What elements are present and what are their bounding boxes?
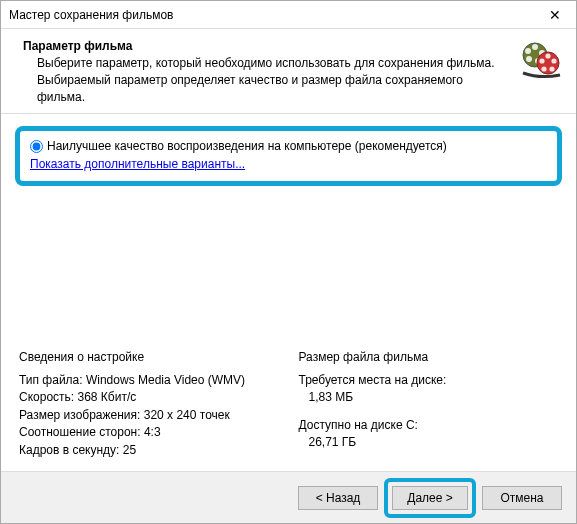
svg-point-5	[525, 48, 531, 54]
fps-label: Кадров в секунду:	[19, 443, 119, 457]
window-title: Мастер сохранения фильмов	[9, 8, 173, 22]
file-type-label: Тип файла:	[19, 373, 83, 387]
best-quality-radio[interactable]: Наилучшее качество воспроизведения на ко…	[30, 139, 547, 153]
fps-value: 25	[123, 443, 136, 457]
aspect-label: Соотношение сторон:	[19, 425, 141, 439]
aspect-value: 4:3	[144, 425, 161, 439]
info-columns: Сведения о настройке Тип файла: Windows …	[15, 345, 562, 463]
file-type-row: Тип файла: Windows Media Video (WMV)	[19, 372, 279, 389]
wizard-window: Мастер сохранения фильмов ✕ Параметр фил…	[0, 0, 577, 524]
best-quality-radio-input[interactable]	[30, 140, 43, 153]
required-space-value: 1,83 МБ	[299, 389, 559, 406]
more-options-row: Показать дополнительные варианты...	[30, 157, 547, 171]
svg-point-1	[532, 44, 538, 50]
required-space-label: Требуется места на диске:	[299, 372, 559, 389]
best-quality-label: Наилучшее качество воспроизведения на ко…	[47, 139, 447, 153]
header-description: Выберите параметр, который необходимо ис…	[23, 55, 512, 105]
settings-info: Сведения о настройке Тип файла: Windows …	[19, 349, 279, 459]
back-button[interactable]: < Назад	[298, 486, 378, 510]
available-space-label: Доступно на диске C:	[299, 417, 559, 434]
quality-option-highlight: Наилучшее качество воспроизведения на ко…	[15, 126, 562, 186]
file-type-value: Windows Media Video (WMV)	[86, 373, 245, 387]
filesize-heading: Размер файла фильма	[299, 349, 559, 366]
film-reel-icon	[520, 39, 562, 81]
svg-point-9	[549, 66, 554, 71]
resolution-value: 320 x 240 точек	[144, 408, 230, 422]
bitrate-label: Скорость:	[19, 390, 74, 404]
titlebar: Мастер сохранения фильмов ✕	[1, 1, 576, 29]
next-button[interactable]: Далее >	[392, 486, 468, 510]
next-button-highlight: Далее >	[384, 478, 476, 518]
svg-point-10	[541, 66, 546, 71]
resolution-label: Размер изображения:	[19, 408, 140, 422]
cancel-button[interactable]: Отмена	[482, 486, 562, 510]
header-text: Параметр фильма Выберите параметр, котор…	[23, 39, 512, 105]
close-button[interactable]: ✕	[534, 1, 576, 29]
svg-point-4	[526, 56, 532, 62]
wizard-content: Наилучшее качество воспроизведения на ко…	[1, 114, 576, 471]
svg-point-7	[545, 53, 550, 58]
aspect-row: Соотношение сторон: 4:3	[19, 424, 279, 441]
svg-point-8	[551, 58, 556, 63]
wizard-footer: < Назад Далее > Отмена	[1, 471, 576, 523]
header-title: Параметр фильма	[23, 39, 512, 53]
show-more-options-link[interactable]: Показать дополнительные варианты...	[30, 157, 245, 171]
content-spacer	[15, 186, 562, 344]
wizard-header: Параметр фильма Выберите параметр, котор…	[1, 29, 576, 114]
bitrate-value: 368 Кбит/с	[78, 390, 137, 404]
fps-row: Кадров в секунду: 25	[19, 442, 279, 459]
bitrate-row: Скорость: 368 Кбит/с	[19, 389, 279, 406]
close-icon: ✕	[549, 7, 561, 23]
resolution-row: Размер изображения: 320 x 240 точек	[19, 407, 279, 424]
svg-point-11	[539, 58, 544, 63]
filesize-info: Размер файла фильма Требуется места на д…	[299, 349, 559, 459]
spacer-gap	[299, 407, 559, 417]
available-space-value: 26,71 ГБ	[299, 434, 559, 451]
settings-heading: Сведения о настройке	[19, 349, 279, 366]
